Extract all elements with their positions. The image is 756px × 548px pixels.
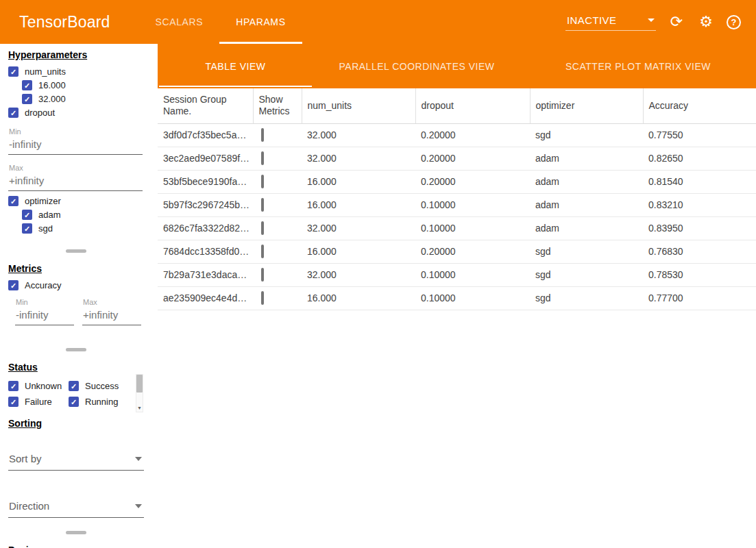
sort-by-value: Sort by bbox=[9, 453, 42, 464]
direction-select[interactable]: Direction bbox=[8, 495, 144, 518]
optimizer-cell: sgd bbox=[530, 286, 643, 310]
hparam-value-label: 32.000 bbox=[38, 94, 66, 104]
status-option-success[interactable]: Success bbox=[69, 380, 136, 392]
status-option-running[interactable]: Running bbox=[69, 396, 136, 408]
metric-max-label: Max bbox=[83, 298, 141, 306]
tab-scatter-plot-matrix-view[interactable]: SCATTER PLOT MATRIX VIEW bbox=[520, 44, 756, 88]
checkbox-checked-icon[interactable] bbox=[8, 280, 19, 290]
accuracy-cell: 0.78530 bbox=[643, 263, 756, 286]
hparam-label: dropout bbox=[25, 108, 55, 118]
status-label: Success bbox=[85, 381, 119, 391]
hparam-optimizer[interactable]: optimizer bbox=[8, 195, 145, 207]
tab-hparams[interactable]: HPARAMS bbox=[219, 0, 302, 44]
show-metrics-cell bbox=[253, 147, 302, 170]
session-group-name-cell: 7b29a731e3daca… bbox=[158, 263, 253, 286]
tab-parallel-coordinates-view[interactable]: PARALLEL COORDINATES VIEW bbox=[313, 44, 520, 88]
show-metrics-checkbox[interactable] bbox=[261, 175, 264, 188]
status-pane: Status Unknown Success Failure Running bbox=[0, 356, 151, 412]
accuracy-cell: 0.83950 bbox=[643, 216, 756, 240]
table-header-row: Session Group Name. Show Metrics num_uni… bbox=[158, 88, 756, 123]
col-optimizer[interactable]: optimizer bbox=[530, 88, 643, 123]
status-option-unknown[interactable]: Unknown bbox=[8, 380, 69, 392]
show-metrics-checkbox[interactable] bbox=[261, 268, 264, 282]
num-units-cell: 32.000 bbox=[302, 216, 415, 240]
hparam-num-units-value-16[interactable]: 16.000 bbox=[8, 79, 145, 91]
checkbox-checked-icon[interactable] bbox=[22, 210, 32, 220]
table-row: 3ec2aed9e07589f…32.0000.20000adam0.82650 bbox=[158, 147, 756, 170]
show-metrics-checkbox[interactable] bbox=[261, 245, 264, 258]
checkbox-checked-icon[interactable] bbox=[22, 223, 32, 234]
checkbox-checked-icon[interactable] bbox=[8, 66, 19, 77]
hparam-dropout[interactable]: dropout bbox=[8, 107, 145, 119]
metric-min-label: Min bbox=[16, 298, 74, 306]
num-units-cell: 16.000 bbox=[302, 193, 415, 216]
checkbox-checked-icon[interactable] bbox=[8, 381, 19, 391]
checkbox-checked-icon[interactable] bbox=[69, 381, 79, 391]
sort-by-select[interactable]: Sort by bbox=[8, 448, 144, 471]
col-session-group-name[interactable]: Session Group Name. bbox=[158, 88, 253, 123]
hparam-optimizer-value-sgd[interactable]: sgd bbox=[8, 223, 145, 234]
dropout-min-input[interactable] bbox=[8, 136, 143, 155]
hyperparameters-pane: Hyperparameters num_units 16.000 32.000 … bbox=[0, 44, 151, 243]
checkbox-checked-icon[interactable] bbox=[8, 397, 19, 407]
tab-scalars[interactable]: SCALARS bbox=[139, 0, 220, 44]
checkbox-checked-icon[interactable] bbox=[22, 80, 32, 90]
optimizer-cell: adam bbox=[530, 170, 643, 193]
metric-accuracy[interactable]: Accuracy bbox=[8, 279, 145, 291]
col-num-units[interactable]: num_units bbox=[302, 88, 415, 123]
status-options: Unknown Success Failure Running bbox=[8, 378, 136, 410]
help-icon[interactable]: ? bbox=[727, 15, 741, 29]
content: Hyperparameters num_units 16.000 32.000 … bbox=[0, 44, 756, 548]
pane-resize-handle[interactable] bbox=[66, 249, 86, 253]
col-show-metrics[interactable]: Show Metrics bbox=[253, 88, 302, 123]
scrollbar-thumb[interactable] bbox=[136, 375, 143, 393]
dropout-max-input[interactable] bbox=[8, 172, 143, 191]
col-accuracy[interactable]: Accuracy bbox=[643, 88, 756, 123]
accuracy-cell: 0.83210 bbox=[643, 193, 756, 216]
gear-icon[interactable]: ⚙ bbox=[697, 14, 715, 30]
checkbox-checked-icon[interactable] bbox=[69, 397, 79, 407]
session-group-name-cell: 53bf5bece9190fa… bbox=[158, 170, 253, 193]
optimizer-cell: adam bbox=[530, 216, 643, 240]
metric-min-input[interactable] bbox=[15, 306, 74, 325]
checkbox-checked-icon[interactable] bbox=[8, 196, 19, 206]
pane-resize-handle[interactable] bbox=[66, 348, 86, 351]
hparam-label: optimizer bbox=[25, 196, 61, 206]
checkbox-checked-icon[interactable] bbox=[22, 94, 32, 104]
show-metrics-cell bbox=[253, 170, 302, 193]
show-metrics-checkbox[interactable] bbox=[261, 291, 264, 305]
run-status-select[interactable]: INACTIVE bbox=[565, 13, 656, 31]
paging-heading: Paging bbox=[8, 545, 145, 548]
metrics-pane: Metrics Accuracy Min Max bbox=[0, 258, 151, 342]
scroll-down-icon[interactable]: ▼ bbox=[137, 405, 142, 412]
dropout-cell: 0.20000 bbox=[415, 147, 530, 170]
table-row: 7b29a731e3daca…32.0000.10000sgd0.78530 bbox=[158, 263, 756, 286]
paging-pane: Paging Number of matching session groups… bbox=[0, 539, 151, 548]
dropout-cell: 0.10000 bbox=[415, 216, 530, 240]
show-metrics-checkbox[interactable] bbox=[261, 221, 264, 235]
chevron-down-icon bbox=[135, 504, 142, 508]
session-table-body: 3df0d7cf35bec5a…32.0000.20000sgd0.775503… bbox=[158, 123, 756, 310]
dropout-cell: 0.10000 bbox=[415, 193, 530, 216]
pane-resize-handle[interactable] bbox=[66, 531, 86, 534]
metric-max-input[interactable] bbox=[82, 306, 141, 325]
refresh-icon[interactable]: ⟳ bbox=[668, 14, 685, 30]
show-metrics-checkbox[interactable] bbox=[261, 128, 264, 142]
show-metrics-cell bbox=[253, 193, 302, 216]
status-scrollbar[interactable]: ▼ bbox=[136, 374, 143, 412]
status-label: Running bbox=[85, 397, 118, 407]
dropout-cell: 0.20000 bbox=[415, 240, 530, 263]
col-dropout[interactable]: dropout bbox=[415, 88, 530, 123]
hparam-num-units[interactable]: num_units bbox=[8, 66, 145, 77]
show-metrics-checkbox[interactable] bbox=[261, 198, 264, 212]
table-row: ae235909ec4e4d…16.0000.10000sgd0.77700 bbox=[158, 286, 756, 310]
dropout-cell: 0.20000 bbox=[415, 123, 530, 147]
hparam-num-units-value-32[interactable]: 32.000 bbox=[8, 93, 145, 105]
tab-table-view[interactable]: TABLE VIEW bbox=[158, 44, 313, 88]
show-metrics-checkbox[interactable] bbox=[261, 151, 264, 165]
checkbox-checked-icon[interactable] bbox=[8, 108, 19, 118]
status-option-failure[interactable]: Failure bbox=[8, 396, 69, 408]
hparam-optimizer-value-adam[interactable]: adam bbox=[8, 209, 145, 221]
num-units-cell: 16.000 bbox=[302, 170, 415, 193]
hparam-value-label: 16.000 bbox=[38, 80, 66, 90]
